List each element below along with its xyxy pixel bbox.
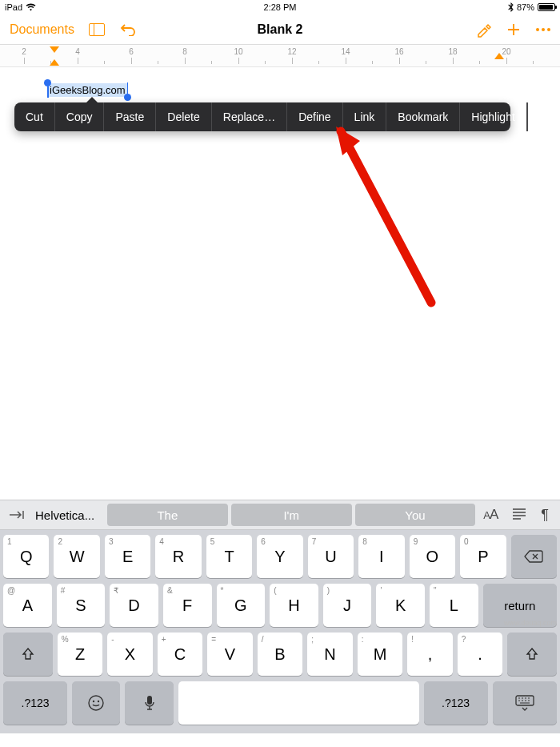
svg-point-1 [93, 701, 94, 702]
backspace-key[interactable] [511, 535, 557, 578]
key-.[interactable]: ?. [458, 633, 502, 676]
key-z[interactable]: %Z [58, 633, 102, 676]
document-canvas[interactable]: iGeeksBlog.com [0, 67, 560, 500]
selected-text[interactable]: iGeeksBlog.com [48, 83, 127, 97]
document-title: Blank 2 [258, 22, 303, 37]
ctx-link[interactable]: Link [343, 102, 387, 131]
ruler-label: 16 [394, 47, 403, 56]
dictation-key[interactable] [125, 681, 173, 725]
nav-bar: Documents Blank 2 [0, 14, 560, 45]
ruler-label: 8 [182, 47, 187, 56]
text-size-button[interactable]: AA [483, 507, 498, 523]
clock: 2:28 PM [264, 2, 297, 12]
ruler-label: 18 [448, 47, 457, 56]
key-w[interactable]: 2W [54, 535, 99, 578]
left-margin-marker[interactable] [50, 46, 59, 53]
ctx-cut[interactable]: Cut [14, 102, 55, 131]
key-y[interactable]: 6Y [257, 535, 302, 578]
selection-handle-end[interactable] [124, 94, 131, 101]
status-bar: iPad 2:28 PM 87% [0, 0, 560, 14]
key-row-1: 1Q2W3E4R5T6Y7U8I9O0P [3, 535, 557, 578]
numbers-key-left[interactable]: .?123 [3, 681, 67, 725]
ctx-copy[interactable]: Copy [55, 102, 105, 131]
paragraph-button[interactable]: ¶ [541, 507, 549, 524]
key-b[interactable]: /B [258, 633, 302, 676]
key-c[interactable]: +C [158, 633, 202, 676]
key-row-2: @A#S₹D&F*G(H)J'K"L return [3, 584, 557, 627]
undo-button[interactable] [119, 23, 137, 36]
hide-keyboard-key[interactable] [493, 681, 557, 725]
suggestion-2[interactable]: I'm [231, 504, 352, 526]
ctx-replace[interactable]: Replace… [212, 102, 287, 131]
key-p[interactable]: 0P [460, 535, 506, 578]
more-button[interactable] [536, 28, 550, 31]
ruler[interactable]: 2468101214161820 [0, 45, 560, 67]
ruler-label: 12 [287, 47, 296, 56]
key-f[interactable]: &F [163, 584, 212, 627]
device-label: iPad [5, 2, 22, 12]
ctx-highlight[interactable]: Highlight [460, 102, 526, 131]
suggestion-1[interactable]: The [107, 504, 228, 526]
context-menu: Cut Copy Paste Delete Replace… Define Li… [14, 102, 510, 131]
svg-rect-3 [147, 696, 152, 705]
svg-point-0 [89, 696, 103, 710]
selection-handle-start[interactable] [44, 79, 51, 86]
watermark: www.deuaq.com [504, 619, 557, 627]
wifi-icon [26, 3, 36, 11]
key-e[interactable]: 3E [105, 535, 150, 578]
key-a[interactable]: @A [3, 584, 52, 627]
ctx-paste[interactable]: Paste [104, 102, 156, 131]
key-q[interactable]: 1Q [3, 535, 49, 578]
ctx-bookmark[interactable]: Bookmark [386, 102, 460, 131]
key-s[interactable]: #S [57, 584, 106, 627]
suggestion-bar: The I'm You [107, 504, 475, 526]
ctx-delete[interactable]: Delete [156, 102, 211, 131]
key-l[interactable]: "L [430, 584, 478, 627]
key-x[interactable]: -X [107, 633, 152, 676]
space-key[interactable] [178, 681, 419, 725]
key-row-4: .?123 .?123 [3, 681, 557, 725]
key-n[interactable]: ;N [307, 633, 352, 676]
add-button[interactable] [506, 22, 522, 38]
ruler-label: 20 [502, 47, 510, 56]
shift-key-right[interactable] [507, 633, 557, 676]
format-bar: Helvetica... The I'm You AA ¶ [0, 500, 560, 530]
documents-back-button[interactable]: Documents [10, 22, 74, 37]
shift-key-left[interactable] [3, 633, 53, 676]
key-h[interactable]: (H [270, 584, 318, 627]
key-m[interactable]: :M [358, 633, 402, 676]
bluetooth-icon [508, 2, 514, 12]
key-k[interactable]: 'K [376, 584, 425, 627]
ctx-define[interactable]: Define [287, 102, 342, 131]
format-brush-button[interactable] [475, 22, 491, 38]
battery-icon [538, 3, 555, 11]
battery-percent: 87% [517, 2, 534, 12]
font-selector[interactable]: Helvetica... [35, 508, 99, 522]
key-g[interactable]: *G [217, 584, 266, 627]
keyboard: 1Q2W3E4R5T6Y7U8I9O0P @A#S₹D&F*G(H)J'K"L … [0, 530, 560, 733]
tab-key-button[interactable] [6, 509, 27, 520]
key-j[interactable]: )J [323, 584, 372, 627]
key-i[interactable]: 8I [358, 535, 404, 578]
ruler-label: 6 [129, 47, 134, 56]
ruler-label: 14 [341, 47, 350, 56]
ruler-label: 2 [22, 47, 26, 56]
key-,[interactable]: !, [407, 633, 452, 676]
align-button[interactable] [512, 507, 526, 524]
emoji-key[interactable] [72, 681, 120, 725]
key-row-3: %Z-X+C=V/B;N:M!,?. [3, 633, 557, 676]
key-o[interactable]: 9O [410, 535, 455, 578]
ruler-label: 4 [75, 47, 80, 56]
ruler-label: 10 [234, 47, 242, 56]
key-r[interactable]: 4R [155, 535, 201, 578]
suggestion-3[interactable]: You [355, 504, 476, 526]
key-t[interactable]: 5T [206, 535, 252, 578]
panels-icon[interactable] [89, 23, 105, 36]
svg-point-2 [98, 701, 99, 702]
ctx-more-arrow[interactable] [527, 102, 534, 131]
key-d[interactable]: ₹D [110, 584, 158, 627]
numbers-key-right[interactable]: .?123 [424, 681, 488, 725]
key-v[interactable]: =V [207, 633, 252, 676]
key-u[interactable]: 7U [308, 535, 354, 578]
